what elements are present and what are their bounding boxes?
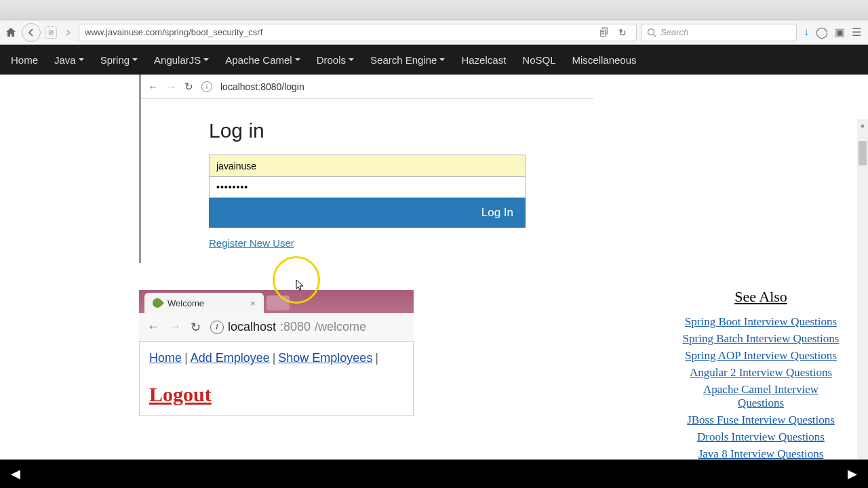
security-icon[interactable]: ⊘ bbox=[45, 26, 57, 39]
welcome-screenshot: Welcome × ← → ↻ i localhost:8080/welcome… bbox=[139, 290, 414, 416]
see-also-heading: See Also bbox=[679, 288, 842, 306]
login-browser-chrome: ← → ↻ i localhost:8080/login bbox=[141, 75, 593, 99]
scroll-up-icon[interactable]: ▲ bbox=[857, 119, 868, 130]
reload-icon: ↻ bbox=[191, 320, 201, 335]
side-link[interactable]: Apache Camel Interview Questions bbox=[679, 383, 842, 410]
welcome-browser-chrome: ← → ↻ i localhost:8080/welcome bbox=[139, 313, 414, 342]
leaf-icon bbox=[151, 296, 164, 310]
nav-searchengine[interactable]: Search Engine bbox=[370, 54, 445, 66]
welcome-link-home[interactable]: Home bbox=[149, 351, 182, 365]
menu-icon[interactable]: ☰ bbox=[852, 26, 861, 39]
nav-angularjs[interactable]: AngularJS bbox=[154, 54, 209, 66]
back-icon: ← bbox=[147, 320, 159, 334]
url-text: www.javainuse.com/spring/boot_security_c… bbox=[85, 27, 262, 37]
info-icon: i bbox=[210, 321, 224, 334]
reload-icon: ↻ bbox=[184, 81, 193, 93]
nav-java[interactable]: Java bbox=[54, 54, 84, 66]
nav-drools[interactable]: Drools bbox=[317, 54, 354, 66]
side-link[interactable]: Drools Interview Questions bbox=[679, 430, 842, 444]
close-icon: × bbox=[250, 298, 256, 308]
site-navbar: Home Java Spring AngularJS Apache Camel … bbox=[0, 45, 868, 75]
forward-icon: → bbox=[169, 320, 181, 334]
welcome-tab-strip: Welcome × bbox=[139, 290, 414, 313]
info-icon: i bbox=[201, 81, 212, 92]
login-url: localhost:8080/login bbox=[220, 81, 304, 92]
svg-point-0 bbox=[648, 28, 654, 35]
search-placeholder: Search bbox=[660, 27, 688, 37]
side-link[interactable]: Java 8 Interview Questions bbox=[679, 447, 842, 461]
nav-hazelcast[interactable]: Hazelcast bbox=[461, 54, 506, 66]
next-icon[interactable]: ▶ bbox=[848, 466, 857, 481]
video-control-bar: ◀ ▶ bbox=[0, 460, 868, 488]
nav-apachecamel[interactable]: Apache Camel bbox=[225, 54, 300, 66]
logout-link[interactable]: Logout bbox=[149, 383, 212, 406]
welcome-tab: Welcome × bbox=[144, 293, 264, 313]
svg-line-1 bbox=[654, 35, 656, 37]
login-screenshot: ← → ↻ i localhost:8080/login Log in Log … bbox=[139, 75, 593, 263]
reload-icon[interactable]: ↻ bbox=[618, 27, 627, 38]
search-bar[interactable]: Search bbox=[641, 24, 797, 41]
side-link[interactable]: JBoss Fuse Interview Questions bbox=[679, 413, 842, 427]
register-link[interactable]: Register New User bbox=[209, 237, 294, 249]
password-input[interactable] bbox=[209, 176, 526, 198]
username-input[interactable] bbox=[209, 155, 526, 176]
url-host: localhost bbox=[228, 320, 276, 334]
side-link[interactable]: Angular 2 Interview Questions bbox=[679, 366, 842, 380]
browser-toolbar: ⊘ www.javainuse.com/spring/boot_security… bbox=[0, 20, 868, 45]
forward-button[interactable] bbox=[61, 26, 75, 39]
side-link[interactable]: Spring Boot Interview Questions bbox=[679, 315, 842, 329]
caret-icon bbox=[132, 58, 138, 61]
login-button[interactable]: Log In bbox=[209, 198, 526, 228]
side-link[interactable]: Spring AOP Interview Questions bbox=[679, 349, 842, 363]
url-port: :8080 bbox=[280, 320, 311, 334]
nav-nosql[interactable]: NoSQL bbox=[522, 54, 555, 66]
back-button[interactable] bbox=[22, 23, 41, 42]
scrollbar[interactable]: ▲ ▼ bbox=[857, 119, 868, 488]
welcome-link-show[interactable]: Show Employees bbox=[278, 351, 372, 365]
caret-icon bbox=[295, 58, 300, 61]
welcome-tab-title: Welcome bbox=[167, 298, 204, 308]
chat-icon[interactable]: ◯ bbox=[816, 26, 828, 39]
search-icon bbox=[647, 28, 656, 37]
side-link[interactable]: Spring Batch Interview Questions bbox=[679, 332, 842, 346]
nav-misc[interactable]: Miscellaneous bbox=[572, 54, 637, 66]
caret-icon bbox=[349, 58, 354, 61]
reader-mode-icon[interactable]: 🗐 bbox=[599, 27, 613, 38]
nav-home[interactable]: Home bbox=[11, 54, 38, 66]
url-bar[interactable]: www.javainuse.com/spring/boot_security_c… bbox=[79, 24, 637, 41]
caret-icon bbox=[203, 58, 209, 61]
page-content: ← → ↻ i localhost:8080/login Log in Log … bbox=[0, 75, 868, 488]
caret-icon bbox=[79, 58, 84, 61]
login-title: Log in bbox=[209, 119, 526, 142]
downloads-icon[interactable]: ↓ bbox=[804, 26, 809, 39]
welcome-link-add[interactable]: Add Employee bbox=[191, 351, 270, 365]
library-icon[interactable]: ▣ bbox=[835, 26, 845, 39]
back-icon: ← bbox=[148, 81, 158, 92]
home-icon[interactable] bbox=[4, 26, 18, 39]
sidebar: See Also Spring Boot Interview Questions… bbox=[679, 288, 842, 488]
browser-tab-strip bbox=[0, 0, 868, 20]
url-path: /welcome bbox=[315, 320, 366, 334]
caret-icon bbox=[439, 58, 445, 61]
scroll-thumb[interactable] bbox=[859, 141, 867, 165]
welcome-nav-links: Home | Add Employee | Show Employees | bbox=[149, 351, 403, 365]
forward-icon: → bbox=[166, 81, 176, 92]
prev-icon[interactable]: ◀ bbox=[11, 466, 20, 481]
new-tab-button bbox=[267, 296, 290, 310]
nav-spring[interactable]: Spring bbox=[100, 54, 138, 66]
